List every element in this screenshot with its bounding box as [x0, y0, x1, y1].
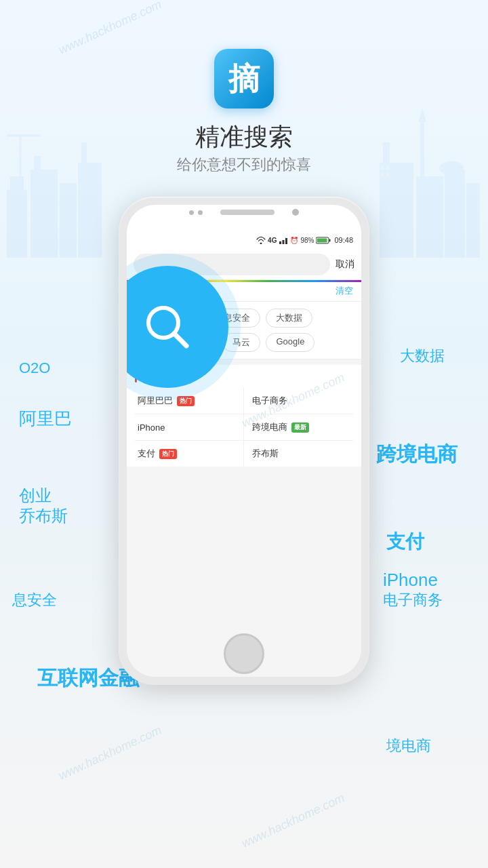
- phone-sensor-dots: [189, 210, 203, 215]
- popular-item-4[interactable]: 支付 热门: [135, 441, 244, 467]
- svg-rect-22: [279, 241, 281, 244]
- svg-rect-15: [420, 122, 424, 176]
- svg-rect-11: [383, 142, 390, 163]
- popular-item-0[interactable]: 阿里巴巴 热门: [135, 388, 244, 414]
- svg-rect-6: [81, 142, 87, 163]
- wifi-icon: [256, 237, 266, 244]
- svg-rect-2: [30, 170, 58, 258]
- svg-rect-24: [285, 238, 287, 244]
- svg-rect-21: [386, 173, 390, 176]
- hot-badge-0: 热门: [177, 396, 195, 406]
- popular-item-text-3: 跨境电商: [252, 421, 287, 433]
- float-label-iphone: iPhone: [383, 570, 438, 591]
- hot-badge-4: 热门: [159, 449, 177, 459]
- tag-5[interactable]: 马云: [222, 333, 260, 352]
- svg-rect-13: [445, 170, 465, 258]
- status-bar: 4G ⏰ 98%: [127, 231, 361, 250]
- phone-speaker: [220, 210, 274, 215]
- cancel-button[interactable]: 取消: [336, 258, 354, 271]
- popular-item-1[interactable]: 电子商务: [244, 388, 353, 414]
- svg-rect-3: [60, 183, 77, 258]
- battery-icon: [316, 237, 331, 244]
- popular-item-text-4: 支付: [138, 448, 155, 460]
- popular-item-text-1: 电子商务: [252, 395, 287, 407]
- tag-6[interactable]: Google: [266, 333, 314, 352]
- svg-point-17: [439, 161, 464, 175]
- phone-mockup: 4G ⏰ 98%: [119, 197, 369, 685]
- svg-line-29: [174, 334, 186, 346]
- float-label-startup: 创业: [19, 485, 52, 507]
- float-label-pay: 支付: [386, 529, 424, 555]
- float-label-alibaba: 阿里巴: [19, 407, 72, 431]
- alarm-icon-text: ⏰: [290, 237, 298, 244]
- popular-item-5[interactable]: 乔布斯: [244, 441, 353, 467]
- float-label-cross-border2: 境电商: [386, 736, 431, 756]
- popular-grid: 阿里巴巴 热门 电子商务 iPhone 跨境电商 最新: [135, 388, 353, 467]
- phone-home-button[interactable]: [224, 633, 264, 674]
- phone-screen-container: 4G ⏰ 98%: [127, 205, 361, 677]
- float-label-crossborder: 跨境电商: [376, 441, 458, 469]
- svg-rect-27: [317, 238, 327, 242]
- svg-rect-14: [466, 183, 480, 258]
- tag-2[interactable]: 大数据: [266, 309, 312, 328]
- popular-item-text-2: iPhone: [138, 422, 165, 433]
- phone-camera: [292, 209, 299, 216]
- clear-button[interactable]: 清空: [336, 285, 353, 297]
- float-label-jobs: 乔布斯: [19, 505, 68, 527]
- svg-rect-26: [329, 239, 331, 241]
- battery-pct: 98%: [300, 237, 314, 244]
- float-label-o2o: O2O: [19, 359, 50, 377]
- svg-rect-19: [386, 166, 390, 170]
- svg-marker-16: [418, 108, 426, 122]
- new-badge-3: 最新: [291, 422, 309, 433]
- popular-item-text-0: 阿里巴巴: [138, 395, 173, 407]
- popular-item-2[interactable]: iPhone: [135, 414, 244, 441]
- float-label-ecommerce: 电子商务: [383, 590, 443, 610]
- watermark-3: www.hackhome.com: [56, 723, 163, 783]
- hero-title: 精准搜索: [195, 121, 293, 154]
- search-icon-big: [140, 300, 195, 354]
- phone-outer-shell: 4G ⏰ 98%: [119, 197, 369, 685]
- signal-bars-icon: [279, 237, 288, 244]
- phone-screen: 4G ⏰ 98%: [127, 231, 361, 677]
- watermark-4: www.hackhome.com: [239, 791, 346, 851]
- svg-rect-0: [7, 190, 27, 258]
- svg-rect-10: [380, 163, 413, 258]
- svg-rect-5: [78, 163, 102, 258]
- app-icon: 摘: [214, 49, 274, 108]
- float-label-bigdata: 大数据: [400, 346, 445, 366]
- popular-item-3[interactable]: 跨境电商 最新: [244, 414, 353, 441]
- hero-subtitle: 给你意想不到的惊喜: [177, 155, 311, 175]
- svg-rect-23: [283, 240, 285, 244]
- time-display: 09:48: [334, 236, 353, 244]
- status-icons: 4G ⏰ 98%: [256, 236, 353, 244]
- signal-4g: 4G: [268, 237, 277, 244]
- app-icon-char: 摘: [228, 63, 260, 94]
- watermark-1: www.hackhome.com: [56, 0, 163, 58]
- svg-rect-1: [10, 176, 24, 190]
- svg-rect-4: [34, 156, 41, 170]
- svg-rect-20: [381, 173, 384, 176]
- float-label-security: 息安全: [12, 590, 57, 610]
- svg-rect-12: [416, 176, 443, 258]
- svg-rect-18: [381, 166, 384, 170]
- popular-item-text-5: 乔布斯: [252, 448, 279, 460]
